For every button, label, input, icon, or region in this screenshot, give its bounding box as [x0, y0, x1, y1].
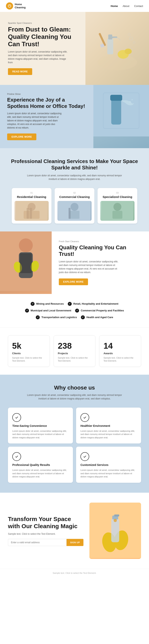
- hero-section: Sparkle Spot Cleaners From Dust to Gleam…: [0, 12, 149, 85]
- svg-point-15: [129, 101, 131, 102]
- badge-label-transport: Transportation and Logistics: [41, 316, 77, 319]
- section2-title: Experience the Joy of a Spotless Home or…: [7, 97, 86, 109]
- stat-label-projects: Projects: [58, 352, 91, 355]
- section4-quality: Fresh Start Cleaners Quality Cleaning Yo…: [0, 232, 149, 294]
- section3-title: Professional Cleaning Services to Make Y…: [8, 158, 141, 171]
- section2-subtitle: Pristine Shine: [7, 93, 86, 95]
- check-icon-2: [12, 452, 21, 461]
- card-num-1: 02: [57, 192, 92, 194]
- svg-rect-36: [20, 253, 32, 273]
- svg-point-11: [128, 33, 130, 36]
- email-signup-row: SIGN UP: [8, 539, 83, 546]
- service-card-commercial: 02 Commercial Cleaning: [55, 188, 94, 224]
- stat-desc-projects: Sample text. Click to select the Text El…: [58, 356, 91, 362]
- cta-section: Transform Your Space with Our Cleaning M…: [0, 493, 149, 569]
- footer-note: Sample text. Click to select the Text El…: [8, 572, 141, 574]
- hero-cta-button[interactable]: READ MORE: [8, 68, 32, 75]
- stats-row: 5k Clients Sample text. Click to select …: [8, 336, 141, 367]
- svg-point-16: [132, 103, 134, 104]
- feature-time-saving: Time-Saving Convenience Lorem ipsum dolo…: [8, 408, 73, 444]
- badge-health: ✓ Health and Aged Care: [81, 315, 113, 319]
- cta-subtitle: Sample text. Click to select the Text El…: [8, 532, 83, 535]
- section4-cta-button[interactable]: EXPLORE MORE: [59, 278, 88, 285]
- feature-title-2: Professional Quality Results: [12, 463, 69, 466]
- section2-cta-button[interactable]: EXPLORE MORE: [7, 134, 36, 140]
- section4-image: [0, 232, 52, 294]
- stat-clients: 5k Clients Sample text. Click to select …: [8, 336, 50, 367]
- svg-point-6: [124, 48, 132, 54]
- subscribe-button[interactable]: SIGN UP: [67, 539, 83, 546]
- stats-section: 5k Clients Sample text. Click to select …: [0, 327, 149, 375]
- badge-municipal: ✓ Municipal and Local Government: [25, 308, 71, 312]
- section4-text: Fresh Start Cleaners Quality Cleaning Yo…: [52, 232, 149, 294]
- badge-transport: ✓ Transportation and Logistics: [36, 315, 77, 319]
- card-title-2: Specialized Cleaning: [100, 195, 134, 198]
- feature-title-0: Time-Saving Convenience: [12, 424, 69, 428]
- stat-label-awards: Awards: [103, 352, 137, 355]
- section7-title: Why choose us: [8, 384, 141, 391]
- badge-retail: ✓ Retail, Hospitality and Entertainment: [68, 302, 118, 306]
- card-img-commercial: [57, 201, 92, 221]
- section3-body: Lorem ipsum dolor sit amet, consectetur …: [27, 174, 122, 181]
- nav-about[interactable]: About: [122, 4, 129, 8]
- svg-point-29: [113, 203, 121, 211]
- badges-row-3: ✓ Transportation and Logistics ✓ Health …: [36, 315, 113, 319]
- svg-point-32: [19, 238, 33, 252]
- cta-title: Transform Your Space with Our Cleaning M…: [8, 516, 83, 530]
- hero-subtitle: Sparkle Spot Cleaners: [8, 22, 79, 24]
- service-card-residential: 01 Residential Cleaning: [12, 188, 51, 224]
- section2-img-inner: [93, 85, 149, 148]
- svg-rect-26: [70, 211, 79, 219]
- nav-links: Home About Contact: [111, 4, 143, 8]
- section2-body: Lorem ipsum dolor sit amet, consectetur …: [7, 112, 63, 130]
- service-cards-row: 01 Residential Cleaning 02 Commercial Cl…: [8, 188, 141, 224]
- stat-desc-clients: Sample text. Click to select the Text El…: [12, 356, 46, 362]
- svg-rect-13: [111, 97, 121, 124]
- svg-rect-27: [69, 208, 71, 219]
- footer: Sample text. Click to select the Text El…: [0, 569, 149, 577]
- stat-number-awards: 14: [103, 341, 137, 351]
- svg-rect-42: [114, 514, 119, 516]
- hero-image-placeholder: [85, 12, 149, 85]
- section7-header: Why choose us Lorem ipsum dolor sit amet…: [8, 384, 141, 400]
- feature-healthier: Healthier Environment Lorem ipsum dolor …: [76, 408, 141, 444]
- svg-point-9: [129, 37, 133, 40]
- stat-awards: 14 Awards Sample text. Click to select t…: [99, 336, 141, 367]
- svg-point-10: [133, 42, 135, 44]
- badge-icon-health: ✓: [81, 315, 85, 319]
- badges-grid: ✓ Mining and Resources ✓ Retail, Hospita…: [10, 302, 139, 319]
- section4-title: Quality Cleaning You Can Trust!: [59, 244, 142, 258]
- badge-mining: ✓ Mining and Resources: [31, 302, 64, 306]
- features-grid: Time-Saving Convenience Lorem ipsum dolo…: [8, 408, 141, 483]
- feature-desc-1: Lorem ipsum dolor sit amet, consectetur …: [80, 430, 137, 439]
- cta-image: [89, 502, 141, 559]
- svg-point-25: [71, 203, 78, 211]
- hero-title: From Dust to Gleam: Quality Cleaning You…: [8, 26, 79, 48]
- check-icon-0: [12, 413, 21, 422]
- cta-text: Transform Your Space with Our Cleaning M…: [8, 516, 83, 546]
- badge-icon-mining: ✓: [31, 302, 35, 306]
- svg-rect-30: [112, 211, 122, 219]
- feature-title-1: Healthier Environment: [80, 424, 137, 428]
- why-choose-section: Why choose us Lorem ipsum dolor sit amet…: [0, 375, 149, 493]
- card-title-1: Commercial Cleaning: [57, 195, 92, 198]
- logo-text: HomeCleaning: [15, 3, 26, 9]
- section4-body: Lorem ipsum dolor sit amet, consectetur …: [59, 260, 122, 274]
- svg-rect-2: [107, 38, 113, 54]
- svg-point-43: [114, 519, 117, 522]
- card-img-residential: [15, 201, 49, 221]
- feature-desc-0: Lorem ipsum dolor sit amet, consectetur …: [12, 430, 69, 439]
- feature-professional: Professional Quality Results Lorem ipsum…: [8, 447, 73, 483]
- svg-point-1: [97, 54, 137, 70]
- hero-image: [85, 12, 149, 85]
- nav-contact[interactable]: Contact: [134, 4, 143, 8]
- nav-home[interactable]: Home: [111, 4, 118, 8]
- badge-commercial-property: ✓ Commercial Property and Facilities: [75, 308, 124, 312]
- badges-row-2: ✓ Municipal and Local Government ✓ Comme…: [25, 308, 124, 312]
- badge-label-retail: Retail, Hospitality and Entertainment: [73, 302, 118, 305]
- section2-text: Pristine Shine Experience the Joy of a S…: [0, 85, 93, 148]
- badge-icon-retail: ✓: [68, 302, 72, 306]
- badge-label-commercial-property: Commercial Property and Facilities: [81, 309, 124, 312]
- email-input[interactable]: [8, 539, 67, 546]
- badge-icon-commercial-property: ✓: [75, 308, 79, 312]
